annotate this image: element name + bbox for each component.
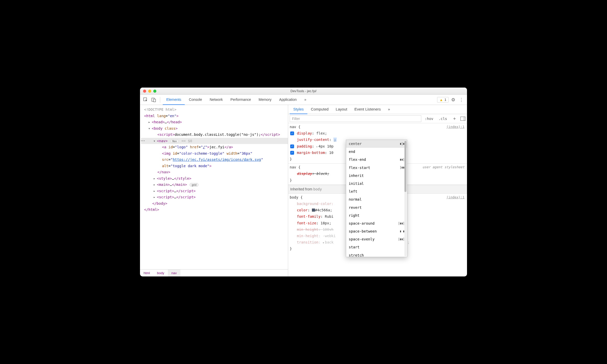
svg-rect-2 <box>154 99 156 102</box>
devtools-window: DevTools - jec.fyi/ Elements Console Net… <box>140 88 467 276</box>
warnings-badge[interactable]: ▲ 1 <box>437 97 449 103</box>
titlebar: DevTools - jec.fyi/ <box>140 88 467 95</box>
grid-badge[interactable]: grid <box>190 183 198 187</box>
fullscreen-window-button[interactable] <box>153 90 156 93</box>
tab-console[interactable]: Console <box>185 95 205 105</box>
hov-toggle[interactable]: :hov <box>423 117 435 121</box>
dom-line[interactable]: ▸<style>…</style> <box>141 175 288 182</box>
divider <box>160 97 160 103</box>
crumb-html[interactable]: html <box>140 270 154 276</box>
dom-line[interactable]: ▸<main>…</main> grid <box>141 181 288 188</box>
autocomplete-item[interactable]: left <box>346 188 407 196</box>
new-style-rule-button[interactable]: ＋ <box>451 115 458 122</box>
panes: <!DOCTYPE html> <html lang="en"> ▸<head>… <box>140 105 467 276</box>
scrollbar[interactable] <box>404 140 406 256</box>
dom-line[interactable]: </html> <box>141 207 288 213</box>
property-checkbox[interactable] <box>290 131 294 135</box>
styles-pane: Styles Computed Layout Event Listeners »… <box>288 105 467 276</box>
subtab-layout[interactable]: Layout <box>332 105 351 114</box>
settings-icon[interactable]: ⚙ <box>450 96 457 103</box>
rule-source-link[interactable]: (index):1 <box>447 194 464 200</box>
dom-line[interactable]: <script>document.body.classList.toggle("… <box>141 131 288 138</box>
window-controls <box>143 90 156 93</box>
window-title: DevTools - jec.fyi/ <box>140 89 467 93</box>
autocomplete-item[interactable]: revert <box>346 204 407 212</box>
rule-source-link[interactable]: (index):1 <box>447 124 464 130</box>
toggle-computed-panel-icon[interactable] <box>460 117 465 121</box>
crumb-nav[interactable]: nav <box>168 270 180 276</box>
dom-line[interactable]: ▾<body class> <box>141 125 288 132</box>
main-toolbar: Elements Console Network Performance Mem… <box>140 95 467 105</box>
dom-line[interactable]: <!DOCTYPE html> <box>141 106 288 113</box>
tab-elements[interactable]: Elements <box>163 95 185 105</box>
autocomplete-item[interactable]: initial <box>346 180 407 188</box>
cls-toggle[interactable]: .cls <box>437 117 449 121</box>
minimize-window-button[interactable] <box>148 90 151 93</box>
autocomplete-item[interactable]: space-evenly|▮▮| <box>346 235 407 243</box>
breadcrumb: html body nav <box>140 269 288 276</box>
subtab-computed[interactable]: Computed <box>307 105 332 114</box>
device-toolbar-icon[interactable] <box>150 96 157 103</box>
warning-count: 1 <box>445 98 446 102</box>
dom-line[interactable]: ▸<head>…</head> <box>141 119 288 125</box>
subtab-styles[interactable]: Styles <box>290 105 307 114</box>
dom-line[interactable]: </body> <box>141 200 288 207</box>
tab-network[interactable]: Network <box>206 95 226 105</box>
dom-selected-row[interactable]: ▾<nav> flex == $0 <box>141 138 288 144</box>
panel-tabs: Elements Console Network Performance Mem… <box>163 95 310 105</box>
property-checkbox[interactable] <box>290 151 294 155</box>
subtab-overflow[interactable]: » <box>384 105 394 114</box>
tab-application[interactable]: Application <box>276 95 300 105</box>
dom-line[interactable]: <img id="color-scheme-toggle" width="36p… <box>141 150 288 169</box>
filter-input[interactable]: Filter <box>290 115 421 122</box>
autocomplete-item[interactable]: flex-start|▮▮ <box>346 164 407 172</box>
inspect-element-icon[interactable] <box>142 96 149 103</box>
autocomplete-item[interactable]: right <box>346 212 407 220</box>
rule-source-link: user agent stylesheet <box>423 164 464 170</box>
more-menu-icon[interactable]: ⋮ <box>458 96 465 103</box>
tab-performance[interactable]: Performance <box>227 95 254 105</box>
property-checkbox[interactable] <box>290 144 294 148</box>
autocomplete-item[interactable]: end <box>346 148 407 156</box>
subtab-event-listeners[interactable]: Event Listeners <box>351 105 384 114</box>
tab-memory[interactable]: Memory <box>255 95 275 105</box>
warning-icon: ▲ <box>439 98 443 102</box>
styles-subtabs: Styles Computed Layout Event Listeners » <box>288 105 467 114</box>
autocomplete-item[interactable]: inherit <box>346 172 407 180</box>
dom-line[interactable]: ▸<script>…</script> <box>141 188 288 194</box>
tab-overflow[interactable]: » <box>301 95 310 105</box>
filter-row: Filter :hov .cls ＋ <box>288 114 467 123</box>
dom-tree[interactable]: <!DOCTYPE html> <html lang="en"> ▸<head>… <box>140 105 288 269</box>
autocomplete-item[interactable]: normal <box>346 196 407 203</box>
autocomplete-item[interactable]: flex-end▮▮| <box>346 156 407 164</box>
styles-body[interactable]: (index):1 nav { display: flex; justify-c… <box>288 123 467 276</box>
autocomplete-item[interactable]: space-between▮ ▮ <box>346 227 407 235</box>
close-window-button[interactable] <box>143 90 146 93</box>
autocomplete-item[interactable]: center▮|▮ <box>346 140 407 148</box>
autocomplete-item[interactable]: start <box>346 243 407 251</box>
autocomplete-item[interactable]: stretch <box>346 251 407 257</box>
crumb-body[interactable]: body <box>154 270 168 276</box>
dom-line[interactable]: <a id="logo" href="/">jec.fyi</a> <box>141 144 288 150</box>
autocomplete-item[interactable]: space-around|▮▮| <box>346 220 407 227</box>
dom-line[interactable]: </nav> <box>141 169 288 175</box>
dom-line[interactable]: <html lang="en"> <box>141 113 288 119</box>
elements-pane: <!DOCTYPE html> <html lang="en"> ▸<head>… <box>140 105 288 276</box>
autocomplete-popup[interactable]: center▮|▮endflex-end▮▮|flex-start|▮▮inhe… <box>346 140 407 257</box>
color-swatch[interactable] <box>312 209 315 212</box>
flex-badge[interactable]: flex <box>170 139 179 143</box>
dom-line[interactable]: ▸<script>…</script> <box>141 194 288 200</box>
